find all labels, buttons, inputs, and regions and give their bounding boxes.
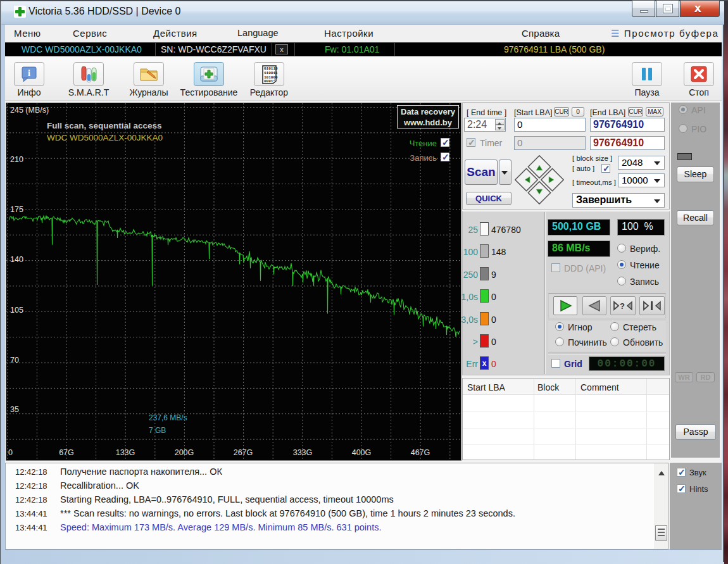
svg-text:110011: 110011 [264, 71, 278, 75]
svg-text:010110: 010110 [264, 66, 278, 71]
svg-text:0001: 0001 [264, 79, 273, 84]
svg-text:?: ? [620, 301, 625, 311]
svg-text:i: i [28, 68, 30, 78]
